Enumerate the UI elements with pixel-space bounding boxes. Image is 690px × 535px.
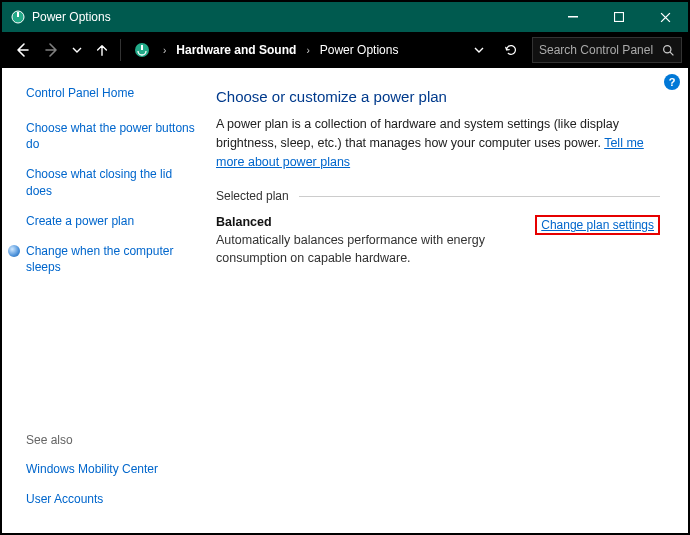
breadcrumb[interactable]: › Hardware and Sound › Power Options — [155, 41, 456, 59]
search-icon — [662, 44, 675, 57]
chevron-right-icon: › — [302, 45, 313, 56]
location-icon — [131, 39, 153, 61]
svg-rect-1 — [17, 12, 19, 17]
chevron-right-icon: › — [159, 45, 170, 56]
intro-body: A power plan is a collection of hardware… — [216, 117, 619, 150]
active-indicator-icon — [8, 245, 20, 257]
titlebar: Power Options — [2, 2, 688, 32]
content-area: ? Control Panel Home Choose what the pow… — [2, 68, 688, 533]
power-options-icon — [10, 9, 26, 25]
breadcrumb-dropdown[interactable] — [464, 45, 494, 55]
svg-rect-3 — [615, 13, 624, 22]
window-title: Power Options — [32, 10, 550, 24]
sidebar: Control Panel Home Choose what the power… — [2, 68, 212, 533]
selected-plan-section: Selected plan — [216, 189, 660, 203]
up-button[interactable] — [88, 36, 116, 64]
plan-row: Balanced Automatically balances performa… — [216, 215, 660, 267]
control-panel-home-link[interactable]: Control Panel Home — [26, 86, 200, 100]
see-also-mobility-center[interactable]: Windows Mobility Center — [26, 461, 200, 477]
page-heading: Choose or customize a power plan — [216, 88, 660, 105]
svg-rect-2 — [568, 16, 578, 18]
breadcrumb-hardware-sound[interactable]: Hardware and Sound — [174, 41, 298, 59]
search-input[interactable]: Search Control Panel — [532, 37, 682, 63]
plan-description: Automatically balances performance with … — [216, 231, 535, 267]
help-icon[interactable]: ? — [664, 74, 680, 90]
sidebar-link-power-buttons[interactable]: Choose what the power buttons do — [26, 120, 200, 152]
intro-text: A power plan is a collection of hardware… — [216, 115, 660, 171]
minimize-button[interactable] — [550, 2, 596, 32]
divider — [299, 196, 660, 197]
back-button[interactable] — [8, 36, 36, 64]
sidebar-link-closing-lid[interactable]: Choose what closing the lid does — [26, 166, 200, 198]
see-also-user-accounts[interactable]: User Accounts — [26, 491, 200, 507]
section-label: Selected plan — [216, 189, 289, 203]
svg-rect-5 — [141, 45, 143, 50]
plan-name: Balanced — [216, 215, 535, 229]
navbar: › Hardware and Sound › Power Options Sea… — [2, 32, 688, 68]
see-also-label: See also — [26, 433, 200, 447]
spacer — [26, 289, 200, 432]
divider — [120, 39, 121, 61]
sidebar-link-label: Change when the computer sleeps — [26, 243, 200, 275]
plan-info: Balanced Automatically balances performa… — [216, 215, 535, 267]
sidebar-link-create-plan[interactable]: Create a power plan — [26, 213, 200, 229]
breadcrumb-power-options[interactable]: Power Options — [318, 41, 401, 59]
search-placeholder: Search Control Panel — [539, 43, 662, 57]
sidebar-link-computer-sleeps[interactable]: Change when the computer sleeps — [8, 243, 200, 275]
forward-button[interactable] — [38, 36, 66, 64]
main-panel: Choose or customize a power plan A power… — [212, 68, 688, 533]
refresh-button[interactable] — [496, 43, 526, 57]
close-button[interactable] — [642, 2, 688, 32]
recent-locations-button[interactable] — [68, 45, 86, 55]
change-plan-settings-link[interactable]: Change plan settings — [535, 215, 660, 235]
maximize-button[interactable] — [596, 2, 642, 32]
svg-point-6 — [664, 45, 671, 52]
